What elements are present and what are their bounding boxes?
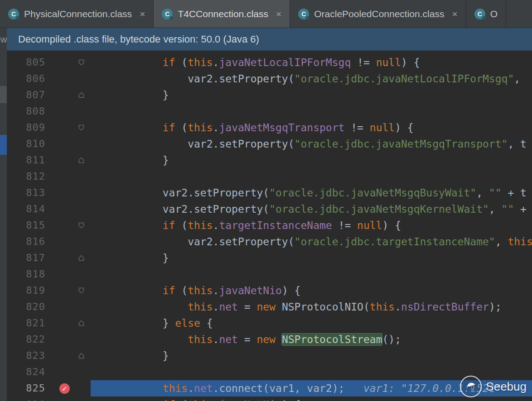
fold-start-icon[interactable] [78, 124, 84, 131]
decompile-banner: Decompiled .class file, bytecode version… [7, 28, 532, 51]
fold-end-icon[interactable] [78, 320, 84, 326]
editor-tab[interactable]: COraclePooledConnection.class× [290, 0, 466, 28]
line-number[interactable]: 823 [7, 348, 45, 364]
line-number[interactable]: 805 [7, 54, 45, 71]
code-text: if (this.javaNetLocalIPForMsgq != null) … [112, 54, 420, 71]
line-number[interactable]: 813 [7, 185, 45, 201]
line-number[interactable]: 815 [7, 217, 45, 234]
line-number[interactable]: 820 [7, 299, 45, 315]
code-text: var2.setProperty("oracle.jdbc.javaNetMsg… [112, 136, 527, 152]
line-number[interactable]: 809 [7, 119, 45, 136]
code-token: if [163, 122, 175, 134]
line-number[interactable]: 818 [7, 266, 45, 282]
code-token: if [163, 399, 175, 401]
line-number[interactable]: 814 [7, 201, 45, 217]
class-icon-letter: C [165, 10, 169, 18]
fold-end-icon[interactable] [78, 92, 84, 98]
fold-start-icon[interactable] [78, 287, 84, 294]
code-line-824[interactable]: 824 [7, 364, 532, 380]
code-line-808[interactable]: 808 [7, 103, 532, 119]
code-token: this [188, 285, 213, 296]
code-text: } [112, 87, 169, 103]
fold-end-icon[interactable] [78, 157, 84, 163]
code-token: javaNetMsgqTransport [219, 122, 344, 134]
code-line-822[interactable]: 822 this.net = new NSProtocolStream(); [7, 331, 532, 348]
code-text: if (this.targetInstanceName != null) { [112, 217, 401, 234]
code-line-819[interactable]: 819 if (this.javaNetNio) { [7, 282, 532, 299]
code-token: + t [502, 187, 527, 199]
code-token: null [357, 220, 382, 231]
code-token: = [238, 334, 257, 345]
breakpoint-icon[interactable]: ✓ [59, 383, 70, 394]
code-text: if (this.javaNetNio) { [112, 396, 300, 401]
code-line-805[interactable]: 805 if (this.javaNetLocalIPForMsgq != nu… [7, 54, 532, 71]
code-token: .connect(var1, var2); [213, 382, 345, 394]
line-number[interactable]: 819 [7, 282, 45, 299]
code-line-809[interactable]: 809 if (this.javaNetMsgqTransport != nul… [7, 119, 532, 136]
line-number[interactable]: 826 [7, 396, 45, 401]
code-line-811[interactable]: 811 } [7, 152, 532, 168]
code-token: "oracle.jdbc.targetInstanceName" [295, 236, 495, 248]
line-number[interactable]: 812 [7, 168, 45, 185]
code-line-818[interactable]: 818 [7, 266, 532, 282]
fold-start-icon[interactable] [78, 222, 84, 229]
code-text: } [112, 250, 169, 266]
code-token: if [163, 285, 175, 296]
line-number[interactable]: 806 [7, 71, 45, 87]
line-number[interactable]: 811 [7, 152, 45, 168]
code-token: ( [175, 57, 188, 68]
code-token: this [188, 220, 213, 231]
code-token: this [508, 236, 532, 248]
fold-end-icon[interactable] [78, 353, 84, 359]
code-token: != [344, 122, 369, 134]
fold-end-icon[interactable] [78, 255, 84, 261]
editor-tab[interactable]: CPhysicalConnection.class× [0, 0, 154, 28]
code-token: } [112, 350, 169, 362]
code-line-815[interactable]: 815 if (this.targetInstanceName != null)… [7, 217, 532, 234]
code-text: this.net = new NSProtocolNIO(this.nsDire… [112, 299, 502, 315]
code-token [112, 382, 163, 394]
code-token: , [514, 73, 527, 85]
code-text: if (this.javaNetNio) { [112, 282, 300, 299]
code-line-807[interactable]: 807 } [7, 87, 532, 103]
line-number[interactable]: 810 [7, 136, 45, 152]
code-line-817[interactable]: 817 } [7, 250, 532, 266]
code-line-825[interactable]: 825✓ this.net.connect(var1, var2); var1:… [7, 380, 532, 396]
code-line-814[interactable]: 814 var2.setProperty("oracle.jdbc.javaNe… [7, 201, 532, 217]
line-number[interactable]: 822 [7, 331, 45, 348]
line-number[interactable]: 808 [7, 103, 45, 119]
code-line-816[interactable]: 816 var2.setProperty("oracle.jdbc.target… [7, 234, 532, 250]
close-icon[interactable]: × [140, 9, 145, 19]
code-token: null [370, 122, 395, 134]
line-number[interactable]: 816 [7, 234, 45, 250]
code-line-826[interactable]: 826 if (this.javaNetNio) { [7, 396, 532, 401]
code-token: ) { [395, 122, 414, 134]
code-line-812[interactable]: 812 [7, 168, 532, 185]
line-number[interactable]: 807 [7, 87, 45, 103]
code-line-810[interactable]: 810 var2.setProperty("oracle.jdbc.javaNe… [7, 136, 532, 152]
line-number[interactable]: 824 [7, 364, 45, 380]
code-token: . [188, 382, 194, 394]
code-editor[interactable]: 805 if (this.javaNetLocalIPForMsgq != nu… [7, 51, 532, 401]
code-token: javaNetNio [219, 285, 281, 296]
code-line-823[interactable]: 823 } [7, 348, 532, 364]
code-text: var2.setProperty("oracle.jdbc.javaNetLoc… [112, 71, 527, 87]
editor-tab[interactable]: CO [466, 0, 506, 28]
code-token: new [257, 334, 276, 345]
line-number[interactable]: 817 [7, 250, 45, 266]
code-line-821[interactable]: 821 } else { [7, 315, 532, 331]
code-line-813[interactable]: 813 var2.setProperty("oracle.jdbc.javaNe… [7, 185, 532, 201]
code-line-820[interactable]: 820 this.net = new NSProtocolNIO(this.ns… [7, 299, 532, 315]
line-number[interactable]: 825 [7, 380, 45, 396]
line-number[interactable]: 821 [7, 315, 45, 331]
code-token: != [351, 57, 376, 68]
code-text: var2.setProperty("oracle.jdbc.javaNetMsg… [112, 201, 532, 217]
code-line-806[interactable]: 806 var2.setProperty("oracle.jdbc.javaNe… [7, 71, 532, 87]
editor-tab[interactable]: CT4CConnection.class× [154, 0, 290, 28]
fold-start-icon[interactable] [78, 59, 84, 66]
close-icon[interactable]: × [452, 9, 457, 19]
code-text: } else { [112, 315, 213, 331]
code-token: . [213, 334, 219, 345]
code-token: nsDirectBuffer [401, 301, 489, 313]
close-icon[interactable]: × [276, 9, 281, 19]
